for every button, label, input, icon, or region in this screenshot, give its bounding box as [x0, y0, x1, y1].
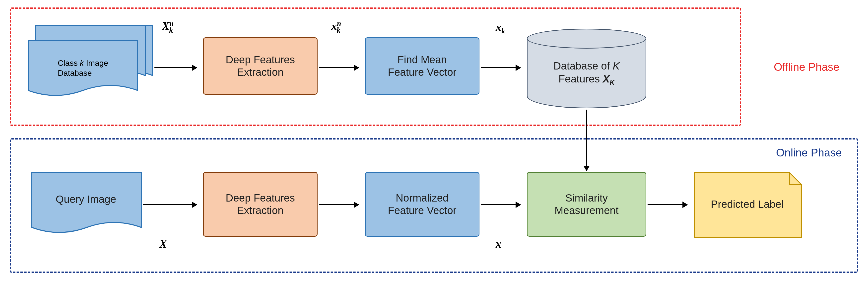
arrow-mean-to-db	[481, 67, 521, 68]
arrow-db-to-similarity	[586, 109, 587, 170]
arrow-sim-to-pred	[648, 204, 687, 205]
var-xkn: xnk	[331, 19, 340, 35]
find-mean-text: Find MeanFeature Vector	[388, 54, 456, 79]
online-deep-feat-text: Deep FeaturesExtraction	[226, 192, 295, 217]
var-x-low: x	[496, 237, 501, 251]
offline-phase-label: Offline Phase	[774, 60, 839, 73]
class-db-text: Class k ImageDatabase	[58, 58, 108, 78]
arrow-classdb-to-deepfeat	[154, 67, 197, 68]
sim-meas-text: SimilarityMeasurement	[555, 192, 619, 217]
similarity-measurement: SimilarityMeasurement	[527, 172, 646, 237]
query-image-text: Query Image	[56, 193, 116, 206]
var-Xkn-cap: Xnk	[162, 19, 173, 35]
offline-deep-feat-text: Deep FeaturesExtraction	[226, 54, 295, 79]
arrow-norm-to-sim	[481, 204, 521, 205]
normalized-feature-vector: NormalizedFeature Vector	[365, 172, 479, 237]
norm-feat-text: NormalizedFeature Vector	[388, 192, 456, 217]
arrow-deepfeat-to-norm	[319, 204, 359, 205]
predicted-label: Predicted Label	[694, 172, 801, 237]
online-phase-label: Online Phase	[776, 146, 842, 159]
offline-deep-features-extraction: Deep FeaturesExtraction	[203, 37, 317, 95]
arrow-deepfeat-to-mean	[319, 67, 359, 68]
var-xk: xk	[496, 20, 505, 36]
diagram-canvas: Offline Phase Online Phase Class k Image…	[5, 5, 863, 277]
arrow-query-to-deepfeat	[143, 204, 197, 205]
pred-label-text: Predicted Label	[711, 198, 783, 211]
find-mean-feature-vector: Find MeanFeature Vector	[365, 37, 479, 95]
var-X-cap: X	[159, 237, 167, 251]
online-deep-features-extraction: Deep FeaturesExtraction	[203, 172, 317, 237]
query-image: Query Image	[31, 172, 141, 237]
db-k-text: Database of KFeatures XK	[553, 60, 620, 87]
